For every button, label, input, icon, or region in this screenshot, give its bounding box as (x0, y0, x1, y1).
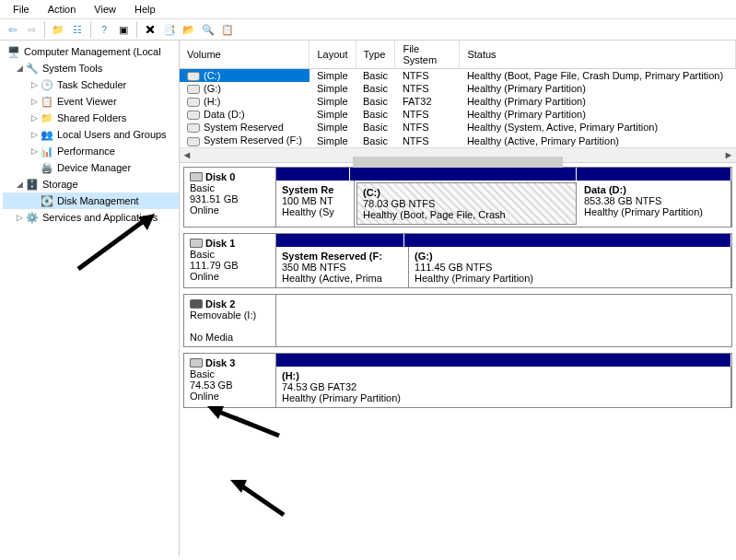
expand-icon[interactable]: ▷ (29, 80, 40, 89)
volume-row[interactable]: (G:)SimpleBasicNTFSHealthy (Primary Part… (180, 82, 736, 95)
tree-event-viewer[interactable]: ▷📋Event Viewer (3, 93, 179, 110)
device-icon: 🖨️ (40, 160, 54, 175)
disk-header: Disk 2Removable (I:)No Media (184, 295, 276, 346)
volume-icon (187, 85, 200, 94)
tree-system-tools[interactable]: ◢🔧System Tools (3, 60, 179, 76)
col-type[interactable]: Type (356, 41, 395, 69)
show-hide-icon[interactable]: ☷ (69, 21, 86, 38)
menu-file[interactable]: File (4, 2, 39, 17)
refresh-icon[interactable]: 🗙 (142, 21, 158, 38)
partition[interactable]: (H:)74.53 GB FAT32Healthy (Primary Parti… (276, 367, 731, 407)
volume-row[interactable]: (C:)SimpleBasicNTFSHealthy (Boot, Page F… (180, 69, 736, 83)
services-icon: ⚙️ (25, 210, 40, 225)
disk-icon (190, 239, 203, 248)
disk-header: Disk 3Basic74.53 GBOnline (184, 354, 276, 407)
volume-icon (187, 137, 200, 146)
volume-icon (187, 111, 200, 120)
partition[interactable]: System Re100 MB NTHealthy (Sy (276, 181, 355, 227)
folder-icon: 📁 (40, 111, 54, 125)
perf-icon: 📊 (40, 144, 54, 158)
tree-performance[interactable]: ▷📊Performance (3, 143, 179, 159)
event-icon: 📋 (40, 94, 54, 109)
collapse-icon[interactable]: ◢ (14, 64, 25, 73)
volume-row[interactable]: (H:)SimpleBasicFAT32Healthy (Primary Par… (180, 95, 736, 108)
tree-task-scheduler[interactable]: ▷🕒Task Scheduler (3, 76, 179, 93)
volume-row[interactable]: Data (D:)SimpleBasicNTFSHealthy (Primary… (180, 108, 736, 121)
partition[interactable]: (C:)78.03 GB NTFSHealthy (Boot, Page Fil… (356, 182, 577, 225)
up-icon[interactable]: 📁 (50, 21, 66, 38)
col-layout[interactable]: Layout (310, 41, 356, 69)
scroll-thumb[interactable] (353, 157, 564, 168)
expand-icon[interactable]: ▷ (29, 146, 40, 156)
col-volume[interactable]: Volume (180, 41, 310, 69)
disk-row[interactable]: Disk 0Basic931.51 GBOnlineSystem Re100 M… (183, 167, 732, 228)
back-icon[interactable]: ⇦ (4, 21, 20, 38)
nav-tree: 🖥️Computer Management (Local ◢🔧System To… (0, 41, 180, 556)
tree-device-manager[interactable]: 🖨️Device Manager (3, 159, 179, 176)
volume-row[interactable]: System ReservedSimpleBasicNTFSHealthy (S… (180, 121, 736, 134)
disk-icon (190, 358, 203, 368)
tree-services[interactable]: ▷⚙️Services and Applications (3, 209, 179, 226)
storage-icon: 🗄️ (25, 177, 40, 192)
help-icon[interactable]: ? (96, 21, 112, 38)
partition[interactable]: (G:)111.45 GB NTFSHealthy (Primary Parti… (409, 247, 731, 287)
volume-row[interactable]: System Reserved (F:)SimpleBasicNTFSHealt… (180, 134, 736, 146)
expand-icon[interactable]: ▷ (14, 213, 25, 222)
tool-icon[interactable]: 📑 (161, 21, 178, 38)
menu-action[interactable]: Action (39, 2, 86, 17)
tree-shared-folders[interactable]: ▷📁Shared Folders (3, 110, 179, 126)
menubar: File Action View Help (0, 0, 736, 19)
scroll-left-icon[interactable]: ◄ (180, 147, 194, 162)
expand-icon[interactable]: ▷ (29, 113, 40, 122)
expand-icon[interactable]: ▷ (29, 97, 40, 106)
clock-icon: 🕒 (40, 77, 54, 92)
search-icon[interactable]: 🔍 (200, 21, 216, 38)
disk-row[interactable]: Disk 3Basic74.53 GBOnline (H:)74.53 GB F… (183, 353, 732, 408)
tree-storage[interactable]: ◢🗄️Storage (3, 176, 179, 192)
disk-icon (190, 299, 203, 309)
col-fs[interactable]: File System (395, 41, 460, 69)
partition[interactable]: System Reserved (F:350 MB NTFSHealthy (A… (276, 247, 409, 287)
volume-icon (187, 98, 200, 107)
volume-icon (187, 123, 200, 133)
tree-root[interactable]: 🖥️Computer Management (Local (3, 43, 179, 60)
action-icon[interactable]: ▣ (115, 21, 132, 38)
settings-icon[interactable]: 📋 (219, 21, 236, 38)
scroll-right-icon[interactable]: ► (721, 147, 736, 162)
disk-row[interactable]: Disk 2Removable (I:)No Media (183, 294, 732, 347)
partition[interactable]: Data (D:)853.38 GB NTFSHealthy (Primary … (578, 181, 731, 227)
collapse-icon[interactable]: ◢ (14, 180, 25, 189)
tree-disk-management[interactable]: 💽Disk Management (3, 192, 179, 209)
disk-header: Disk 1Basic111.79 GBOnline (184, 234, 276, 287)
menu-view[interactable]: View (85, 2, 125, 17)
disk-icon (190, 172, 203, 181)
computer-icon: 🖥️ (6, 44, 21, 59)
menu-help[interactable]: Help (125, 2, 165, 17)
tools-icon: 🔧 (25, 61, 40, 76)
disk-map: Disk 0Basic931.51 GBOnlineSystem Re100 M… (180, 163, 736, 556)
toolbar: ⇦ ⇨ 📁 ☷ ? ▣ 🗙 📑 📂 🔍 📋 (0, 19, 736, 41)
volume-list: Volume Layout Type File System Status (C… (180, 41, 736, 163)
col-status[interactable]: Status (460, 41, 736, 69)
disk-icon: 💽 (40, 193, 54, 208)
content-pane: Volume Layout Type File System Status (C… (180, 41, 736, 556)
users-icon: 👥 (40, 127, 54, 142)
expand-icon[interactable]: ▷ (29, 130, 40, 139)
open-icon[interactable]: 📂 (181, 21, 197, 38)
forward-icon[interactable]: ⇨ (23, 21, 40, 38)
h-scrollbar[interactable]: ◄ ► (180, 147, 736, 162)
disk-row[interactable]: Disk 1Basic111.79 GBOnlineSystem Reserve… (183, 233, 732, 288)
volume-icon (187, 72, 200, 81)
tree-local-users[interactable]: ▷👥Local Users and Groups (3, 126, 179, 143)
disk-header: Disk 0Basic931.51 GBOnline (184, 168, 276, 227)
